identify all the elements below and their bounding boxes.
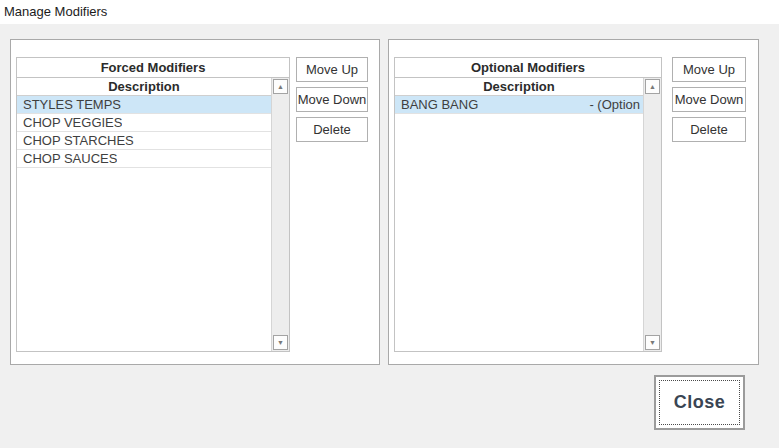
window-title-bar: Manage Modifiers xyxy=(0,0,779,24)
move-up-button[interactable]: Move Up xyxy=(672,57,746,82)
list-item[interactable]: CHOP SAUCES xyxy=(17,150,271,168)
close-button[interactable]: Close xyxy=(654,375,745,430)
scroll-track[interactable] xyxy=(644,95,661,334)
item-description: STYLES TEMPS xyxy=(23,96,121,113)
scroll-down-icon: ▼ xyxy=(277,339,284,346)
vertical-scrollbar[interactable]: ▲ ▼ xyxy=(643,78,661,351)
forced-modifiers-grid: Forced Modifiers Description STYLES TEMP… xyxy=(16,57,290,352)
item-description: CHOP STARCHES xyxy=(23,132,134,149)
window-title: Manage Modifiers xyxy=(4,4,107,19)
optional-modifiers-title: Optional Modifiers xyxy=(395,58,661,78)
scroll-up-icon: ▲ xyxy=(277,83,284,90)
description-column-header: Description xyxy=(395,78,643,96)
move-up-button[interactable]: Move Up xyxy=(296,57,368,82)
scroll-down-button[interactable]: ▼ xyxy=(273,335,288,350)
delete-button[interactable]: Delete xyxy=(296,117,368,142)
scroll-down-icon: ▼ xyxy=(649,339,656,346)
description-column-header: Description xyxy=(17,78,271,96)
move-down-button[interactable]: Move Down xyxy=(672,87,746,112)
delete-button[interactable]: Delete xyxy=(672,117,746,142)
forced-modifiers-panel: Forced Modifiers Description STYLES TEMP… xyxy=(10,39,380,365)
item-description: CHOP SAUCES xyxy=(23,150,117,167)
optional-modifiers-grid: Optional Modifiers Description BANG BANG… xyxy=(394,57,662,352)
list-item[interactable]: CHOP STARCHES xyxy=(17,132,271,150)
scroll-up-button[interactable]: ▲ xyxy=(645,79,660,94)
move-down-button[interactable]: Move Down xyxy=(296,87,368,112)
forced-modifiers-title: Forced Modifiers xyxy=(17,58,289,78)
scroll-up-button[interactable]: ▲ xyxy=(273,79,288,94)
scroll-track[interactable] xyxy=(272,95,289,334)
item-description: BANG BANG xyxy=(401,96,478,113)
scroll-down-button[interactable]: ▼ xyxy=(645,335,660,350)
scroll-up-icon: ▲ xyxy=(649,83,656,90)
forced-modifiers-rows: STYLES TEMPSCHOP VEGGIESCHOP STARCHESCHO… xyxy=(17,96,271,351)
list-item[interactable]: BANG BANG- (Option xyxy=(395,96,643,114)
vertical-scrollbar[interactable]: ▲ ▼ xyxy=(271,78,289,351)
list-item[interactable]: STYLES TEMPS xyxy=(17,96,271,114)
item-description: CHOP VEGGIES xyxy=(23,114,122,131)
list-item[interactable]: CHOP VEGGIES xyxy=(17,114,271,132)
item-note: - (Option xyxy=(589,96,640,113)
optional-modifiers-rows: BANG BANG- (Option xyxy=(395,96,643,351)
optional-modifiers-panel: Optional Modifiers Description BANG BANG… xyxy=(388,39,759,365)
